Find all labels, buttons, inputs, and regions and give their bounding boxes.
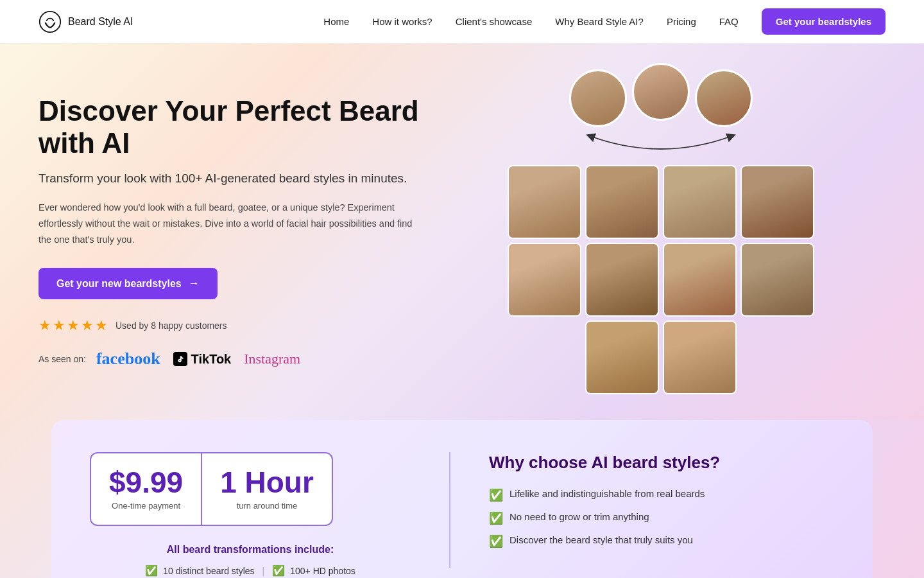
price-hour: 1 Hour: [220, 468, 314, 497]
grid-photo-5: [508, 243, 581, 317]
tiktok-icon: [173, 352, 187, 366]
pricing-left: $9.99 One-time payment 1 Hour turn aroun…: [90, 452, 411, 577]
grid-photos: [508, 165, 814, 317]
grid-photo-4: [740, 165, 814, 239]
navbar: Beard Style AI Home How it works? Client…: [0, 0, 924, 44]
why-title: Why choose AI beard styles?: [489, 452, 834, 474]
arc-arrows-svg: [552, 130, 770, 165]
hero-title: Discover Your Perfect Beard with AI: [38, 95, 424, 160]
star-icons: ★★★★★: [38, 317, 109, 334]
nav-faq[interactable]: FAQ: [719, 16, 739, 27]
grid-photo-8: [740, 243, 814, 317]
includes-item-1: 10 distinct beard styles: [163, 566, 254, 576]
why-item-3: ✅ Discover the beard style that truly su…: [489, 534, 834, 548]
nav-links: Home How it works? Client's showcase Why…: [323, 8, 886, 35]
price-box-hour: 1 Hour turn around time: [201, 452, 333, 526]
top-photo-1: [569, 69, 627, 127]
price-sub: One-time payment: [109, 501, 183, 511]
why-list: ✅ Lifelike and indistinguishable from re…: [489, 488, 834, 548]
price-amount: $9.99: [109, 468, 183, 497]
pricing-divider: [449, 452, 450, 568]
nav-pricing[interactable]: Pricing: [667, 16, 696, 27]
why-item-1: ✅ Lifelike and indistinguishable from re…: [489, 488, 834, 502]
top-photos: [569, 69, 753, 127]
price-box-payment: $9.99 One-time payment: [90, 452, 201, 526]
grid-photo-1: [508, 165, 581, 239]
hero-section: Discover Your Perfect Beard with AI Tran…: [0, 44, 924, 420]
why-check-icon-2: ✅: [489, 511, 503, 525]
grid-photo-6: [585, 243, 659, 317]
tiktok-logo: TikTok: [173, 352, 232, 367]
pipe-divider: |: [262, 566, 265, 576]
arrow-icon: →: [188, 277, 200, 290]
price-hour-sub: turn around time: [220, 501, 314, 511]
instagram-logo: Instagram: [244, 351, 300, 367]
bottom-photos: [585, 320, 737, 394]
hero-right: [424, 69, 886, 394]
pricing-boxes: $9.99 One-time payment 1 Hour turn aroun…: [90, 452, 411, 526]
grid-photo-7: [663, 243, 737, 317]
outer-bg: Discover Your Perfect Beard with AI Tran…: [0, 44, 924, 578]
includes-item-2: 100+ HD photos: [290, 566, 355, 576]
hero-left: Discover Your Perfect Beard with AI Tran…: [38, 95, 424, 369]
logo-icon: [38, 10, 62, 33]
grid-photo-3: [663, 165, 737, 239]
grid-photo-2: [585, 165, 659, 239]
grid-photo-10: [663, 320, 737, 394]
why-check-icon-3: ✅: [489, 534, 503, 548]
pricing-right: Why choose AI beard styles? ✅ Lifelike a…: [489, 452, 834, 548]
facebook-logo: facebook: [96, 349, 160, 369]
hero-stars-row: ★★★★★ Used by 8 happy customers: [38, 317, 424, 334]
top-photo-2: [632, 63, 690, 121]
pricing-section: $9.99 One-time payment 1 Hour turn aroun…: [51, 420, 873, 578]
as-seen-label: As seen on:: [38, 354, 86, 364]
logo-text: Beard Style AI: [68, 16, 133, 28]
svg-point-0: [40, 11, 60, 31]
includes-title: All beard transformations include:: [90, 544, 411, 556]
nav-cta-button[interactable]: Get your beardstyles: [762, 8, 886, 35]
social-row: As seen on: facebook TikTok Instagram: [38, 349, 424, 369]
top-photo-3: [695, 69, 753, 127]
nav-home[interactable]: Home: [323, 16, 349, 27]
hero-body: Ever wondered how you'd look with a full…: [38, 200, 424, 247]
customers-text: Used by 8 happy customers: [116, 320, 227, 331]
why-check-icon-1: ✅: [489, 488, 503, 502]
grid-photo-9: [585, 320, 659, 394]
check-icon-2: ✅: [272, 565, 285, 577]
nav-why-beard[interactable]: Why Beard Style AI?: [555, 16, 644, 27]
nav-clients-showcase[interactable]: Client's showcase: [456, 16, 533, 27]
why-item-2: ✅ No need to grow or trim anything: [489, 511, 834, 525]
nav-how-it-works[interactable]: How it works?: [372, 16, 432, 27]
hero-cta-button[interactable]: Get your new beardstyles →: [38, 268, 218, 299]
check-icon-1: ✅: [145, 565, 158, 577]
hero-subtitle: Transform your look with 100+ AI-generat…: [38, 170, 424, 188]
logo[interactable]: Beard Style AI: [38, 10, 133, 33]
includes-row: ✅ 10 distinct beard styles | ✅ 100+ HD p…: [90, 565, 411, 577]
